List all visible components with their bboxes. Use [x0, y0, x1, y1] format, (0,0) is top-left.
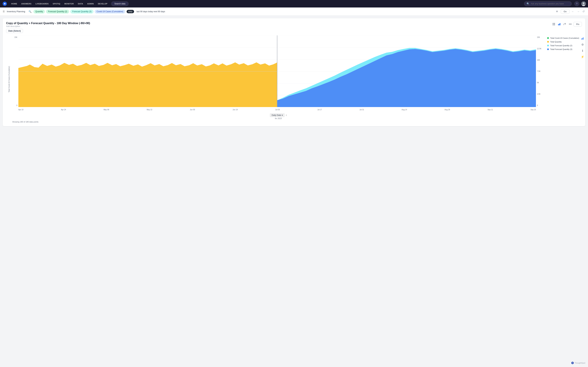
chevron-down-icon: ▾	[282, 114, 283, 116]
legend-label-covid: Total Covid-19 Cases (Cumulative)	[550, 37, 579, 39]
share-button[interactable]	[562, 22, 567, 26]
x-label-jun05: Jun 05	[190, 109, 195, 111]
card-title-section: Copy of Quantity + Forecast Quantity - 1…	[6, 22, 90, 27]
search-icon: 🔍	[527, 2, 529, 5]
x-label-jul17: Jul 17	[317, 109, 322, 111]
legend-item-forecast-2: Total Forecast Quantity (2)	[547, 44, 582, 47]
x-label-apr24: Apr 24	[61, 109, 66, 111]
nav-answers[interactable]: ANSWERS	[20, 2, 33, 6]
nav-spotiq[interactable]: SPOTIQ	[51, 2, 62, 6]
help-button[interactable]: ?	[574, 1, 579, 6]
liveboard-title: Inventory Planning	[7, 10, 25, 13]
x-label-jun19: Jun 19	[233, 109, 238, 111]
y-axis-left-15k: 15K	[14, 36, 17, 38]
chip-forecast-qty-3[interactable]: Forecast Quantity (3)	[70, 10, 93, 13]
x-label-may22: May 22	[147, 109, 152, 111]
main-content: Copy of Quantity + Forecast Quantity - 1…	[0, 16, 588, 367]
x-label-jul03: Jul 03	[275, 109, 280, 111]
legend-label-quantity: Total Quantity	[550, 41, 562, 43]
legend-dot-quantity	[547, 41, 549, 43]
date-filter-chip[interactable]: Date (Select)	[6, 29, 23, 33]
y-right-7-5k: 7.5K	[537, 70, 541, 72]
ask-input[interactable]	[531, 2, 568, 5]
right-sidebar: ⚙ ℹ ⚡	[580, 36, 585, 59]
thoughtspot-watermark: ThoughtSpot	[571, 362, 585, 364]
nav-admin[interactable]: ADMIN	[86, 2, 96, 6]
y-axis-left-label: Total Covid-19 Cases (Cumulative)	[8, 66, 10, 92]
legend-item-forecast-3: Total Forecast Quantity (3)	[547, 48, 582, 50]
chart-title: Copy of Quantity + Forecast Quantity - 1…	[6, 22, 90, 25]
chip-date-range[interactable]: last 90 days today next 90 days	[135, 10, 166, 13]
refresh-button[interactable]: ↺	[582, 9, 585, 14]
svg-rect-22	[582, 38, 583, 40]
legend-item-quantity: Total Quantity	[547, 41, 582, 43]
chart-card: Copy of Quantity + Forecast Quantity - 1…	[3, 18, 585, 126]
ask-search-bar[interactable]: 🔍	[524, 1, 572, 6]
menu-icon[interactable]: ☰	[3, 10, 5, 13]
card-header: Copy of Quantity + Forecast Quantity - 1…	[6, 22, 582, 27]
lightning-sidebar-button[interactable]: ⚡	[580, 54, 585, 59]
x-label-aug28: Aug 28	[445, 109, 450, 111]
data-points-label: Showing 180 of 180 data points	[12, 121, 38, 123]
svg-rect-6	[554, 23, 555, 24]
table-view-button[interactable]	[552, 22, 556, 26]
clear-button[interactable]: ✕	[554, 9, 559, 14]
legend-label-forecast-2: Total Forecast Quantity (2)	[550, 44, 572, 47]
nav-liveboards[interactable]: LIVEBOARDS	[34, 2, 50, 6]
y-right-10k: 10K	[537, 59, 540, 61]
date-value: (Select)	[13, 30, 21, 32]
y-axis-left-0: 0	[16, 104, 17, 106]
legend-item-covid: Total Covid-19 Cases (Cumulative)	[547, 37, 582, 39]
svg-rect-8	[554, 24, 555, 25]
user-avatar[interactable]	[581, 1, 586, 6]
go-button[interactable]: Go	[561, 9, 570, 14]
navigation: HOME ANSWERS LIVEBOARDS SPOTIQ MONITOR D…	[0, 0, 588, 8]
chip-daily[interactable]: daily	[127, 10, 134, 13]
svg-point-1	[4, 3, 5, 4]
forward-button[interactable]: →	[576, 9, 580, 14]
watermark-text: ThoughtSpot	[575, 362, 585, 364]
chart-footer: Daily Date ▾ ↑ for 2023	[12, 112, 545, 119]
liveboard-toolbar: ☰ Inventory Planning 🔍 Quantity Forecast…	[0, 8, 588, 16]
y-right-12-5k: 12.5K	[537, 48, 541, 50]
legend-dot-covid	[547, 37, 549, 39]
logo[interactable]	[2, 1, 8, 7]
sort-icon[interactable]: ↑	[286, 114, 287, 117]
chip-forecast-qty-2[interactable]: Forecast Quantity (2)	[46, 10, 69, 13]
more-options-button[interactable]: •••	[568, 22, 572, 26]
legend-dot-forecast-3	[547, 49, 549, 50]
chip-quantity[interactable]: Quantity	[34, 10, 45, 13]
chart-type-button[interactable]	[557, 22, 562, 26]
pin-button[interactable]: Pin	[573, 22, 582, 26]
search-icon-sm: 🔍	[29, 10, 32, 13]
svg-rect-21	[581, 38, 582, 40]
back-button[interactable]: ←	[571, 9, 575, 14]
chart-description[interactable]: Add description	[6, 25, 90, 27]
svg-rect-11	[560, 23, 561, 25]
svg-rect-23	[583, 37, 584, 40]
x-label-sep25: Sep 25	[530, 109, 536, 111]
settings-sidebar-button[interactable]: ⚙	[580, 42, 585, 47]
legend-dot-forecast-2	[547, 45, 549, 46]
y-right-0: 0	[537, 104, 538, 106]
legend-label-forecast-3: Total Forecast Quantity (3)	[550, 48, 572, 50]
nav-data[interactable]: DATA	[76, 2, 85, 6]
daily-date-button[interactable]: Daily Date ▾	[270, 113, 285, 117]
x-label-aug14: Aug 14	[402, 109, 407, 111]
svg-rect-9	[558, 24, 559, 25]
x-label-sep11: Sep 11	[488, 109, 493, 111]
x-label-apr10: Apr 10	[18, 109, 23, 111]
daily-date-label: Daily Date	[272, 114, 281, 116]
card-action-buttons: ••• Pin	[552, 22, 582, 26]
svg-rect-7	[553, 24, 554, 25]
y-right-5k: 5K	[537, 82, 539, 83]
chart-view-sidebar-button[interactable]	[580, 36, 585, 41]
nav-monitor[interactable]: MONITOR	[63, 2, 75, 6]
x-label-jul31: Jul 31	[360, 109, 364, 111]
info-sidebar-button[interactable]: ℹ	[580, 48, 585, 53]
y-right-2-5k: 2.5K	[537, 93, 541, 95]
chip-covid-cumulative[interactable]: Covid-19 Cases (Cumulative)	[95, 10, 125, 13]
nav-develop[interactable]: DEVELOP	[96, 2, 109, 6]
search-data-button[interactable]: Search data	[111, 1, 129, 6]
nav-home[interactable]: HOME	[9, 2, 19, 6]
